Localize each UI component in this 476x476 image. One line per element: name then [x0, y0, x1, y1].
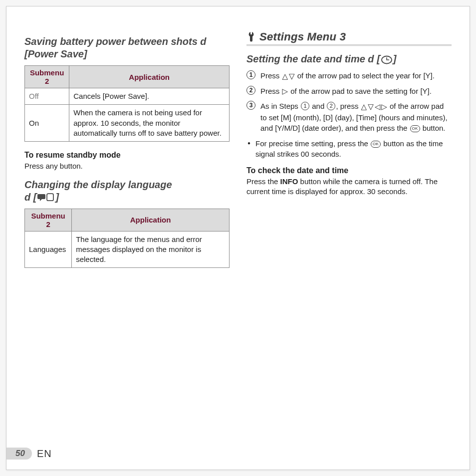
- th-submenu: Submenu 2: [25, 209, 72, 231]
- step-3-b: and: [310, 102, 326, 110]
- table-row: Off Cancels [Power Save].: [25, 88, 230, 105]
- heading-text: Setting the date and time d [: [246, 53, 380, 64]
- wrench-icon: [247, 32, 255, 42]
- text-check-date-time: Press the INFO button while the camera i…: [246, 177, 452, 197]
- step-3-c: , press: [336, 102, 360, 110]
- section-title-text: Settings Menu 3: [259, 30, 346, 43]
- step-3-a: As in Steps: [260, 102, 300, 110]
- steps-list: 1 Press △▽ of the arrow pad to select th…: [246, 70, 452, 133]
- table-power-save: Submenu 2 Application Off Cancels [Power…: [24, 65, 230, 142]
- cell-on: On: [25, 105, 69, 142]
- heading-power-save: Saving battery power between shots d [Po…: [24, 35, 230, 60]
- t-a: Press the: [246, 177, 280, 186]
- up-arrow-icon: △: [361, 102, 367, 112]
- note-a: For precise time setting, press the: [255, 139, 370, 148]
- step-number-2: 2: [246, 86, 255, 95]
- table-row: On When the camera is not being used for…: [25, 105, 230, 142]
- th-application: Application: [72, 209, 230, 231]
- up-arrow-icon: △: [282, 71, 288, 82]
- subhead-resume-standby: To resume standby mode: [24, 151, 230, 160]
- heading-date-time: Setting the date and time d []: [246, 53, 452, 65]
- text-resume-standby: Press any button.: [24, 161, 230, 172]
- page-number: 50: [6, 448, 32, 460]
- two-column-layout: Saving battery power between shots d [Po…: [24, 30, 452, 277]
- language-code: EN: [37, 448, 52, 460]
- heading-display-language: Changing the display language d []: [24, 179, 230, 204]
- right-arrow-icon: ▷: [381, 102, 387, 112]
- heading-suffix: ]: [393, 53, 397, 64]
- cell-off-desc: Cancels [Power Save].: [69, 88, 230, 105]
- info-button-label: INFO: [280, 177, 298, 186]
- left-arrow-icon: ◁: [375, 102, 381, 112]
- manual-page: Saving battery power between shots d [Po…: [6, 6, 470, 470]
- speech-icon: [37, 193, 54, 202]
- th-submenu: Submenu 2: [25, 66, 69, 88]
- heading-text: Changing the display language: [24, 179, 172, 190]
- heading-prefix: d [: [24, 192, 36, 203]
- cell-languages: Languages: [25, 231, 72, 268]
- page-footer: 50 EN: [6, 448, 52, 460]
- ok-button-icon: OK: [410, 125, 420, 132]
- section-settings-menu-3: Settings Menu 3: [246, 30, 452, 46]
- step-number-1: 1: [246, 70, 255, 79]
- table-row: Languages The language for the menus and…: [25, 231, 230, 268]
- table-language: Submenu 2 Application Languages The lang…: [24, 209, 230, 268]
- step-1-a: Press: [260, 71, 282, 80]
- step-3: 3 As in Steps 1 and 2, press △▽◁▷ of the…: [246, 101, 452, 133]
- right-arrow-icon: ▷: [282, 86, 288, 97]
- cell-off: Off: [25, 88, 69, 105]
- cell-languages-desc: The language for the menus and error mes…: [72, 231, 230, 268]
- step-2-a: Press: [260, 87, 282, 95]
- step-2: 2 Press ▷ of the arrow pad to save the s…: [246, 86, 452, 97]
- note-precise-time: For precise time setting, press the OK b…: [246, 138, 452, 159]
- th-application: Application: [69, 66, 230, 88]
- clock-icon: [381, 55, 392, 64]
- step-1: 1 Press △▽ of the arrow pad to select th…: [246, 70, 452, 82]
- step-3-e: button.: [421, 124, 446, 132]
- down-arrow-icon: ▽: [368, 102, 374, 112]
- step-number-3: 3: [246, 101, 255, 110]
- heading-suffix: ]: [55, 192, 59, 203]
- ref-step-1: 1: [301, 102, 309, 110]
- right-column: Settings Menu 3 Setting the date and tim…: [246, 30, 452, 277]
- left-column: Saving battery power between shots d [Po…: [24, 30, 230, 277]
- ok-button-icon: OK: [371, 141, 381, 148]
- step-1-b: of the arrow pad to select the year for …: [295, 71, 435, 80]
- step-2-b: of the arrow pad to save the setting for…: [288, 87, 432, 95]
- down-arrow-icon: ▽: [289, 71, 295, 82]
- subhead-check-date-time: To check the date and time: [246, 166, 452, 175]
- cell-on-desc: When the camera is not being used for ap…: [69, 105, 230, 142]
- svg-rect-0: [47, 194, 53, 201]
- ref-step-2: 2: [327, 102, 335, 110]
